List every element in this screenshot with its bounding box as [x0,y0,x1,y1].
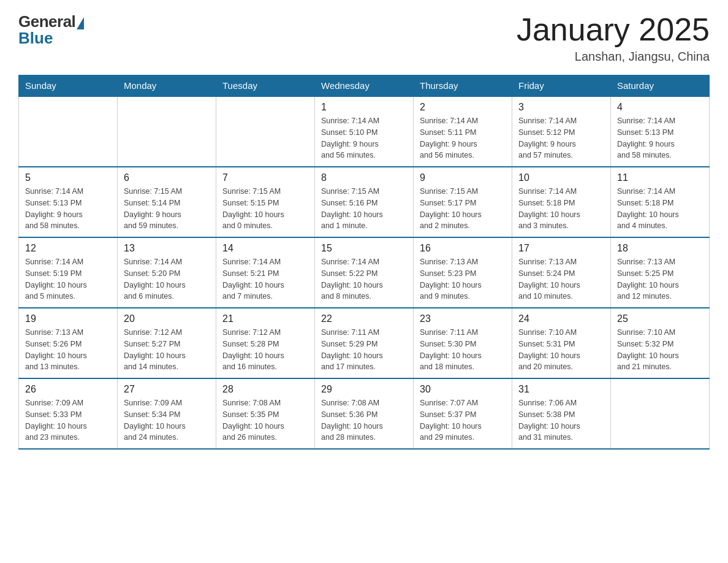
day-info: Sunrise: 7:08 AM Sunset: 5:35 PM Dayligh… [222,397,308,443]
day-number: 27 [124,384,210,395]
day-info: Sunrise: 7:08 AM Sunset: 5:36 PM Dayligh… [321,397,407,443]
month-title: January 2025 [517,12,710,47]
calendar-cell: 13Sunrise: 7:14 AM Sunset: 5:20 PM Dayli… [118,237,216,308]
calendar-cell: 14Sunrise: 7:14 AM Sunset: 5:21 PM Dayli… [216,237,315,308]
day-info: Sunrise: 7:11 AM Sunset: 5:29 PM Dayligh… [321,327,407,373]
day-info: Sunrise: 7:14 AM Sunset: 5:12 PM Dayligh… [518,115,604,161]
day-number: 4 [617,102,703,113]
day-number: 5 [25,172,111,183]
day-info: Sunrise: 7:13 AM Sunset: 5:24 PM Dayligh… [518,256,604,302]
weekday-header-saturday: Saturday [611,75,710,97]
day-number: 7 [222,172,308,183]
day-number: 16 [420,243,506,254]
day-info: Sunrise: 7:12 AM Sunset: 5:27 PM Dayligh… [124,327,210,373]
calendar-cell: 24Sunrise: 7:10 AM Sunset: 5:31 PM Dayli… [512,308,611,378]
day-number: 18 [617,243,703,254]
day-info: Sunrise: 7:14 AM Sunset: 5:21 PM Dayligh… [222,256,308,302]
day-info: Sunrise: 7:14 AM Sunset: 5:18 PM Dayligh… [518,186,604,232]
calendar-cell [611,378,710,449]
calendar-cell: 23Sunrise: 7:11 AM Sunset: 5:30 PM Dayli… [414,308,512,378]
day-number: 12 [25,243,111,254]
day-number: 17 [518,243,604,254]
calendar-cell: 10Sunrise: 7:14 AM Sunset: 5:18 PM Dayli… [512,167,611,237]
calendar-cell: 11Sunrise: 7:14 AM Sunset: 5:18 PM Dayli… [611,167,710,237]
calendar-table: SundayMondayTuesdayWednesdayThursdayFrid… [18,75,710,450]
day-number: 15 [321,243,407,254]
day-info: Sunrise: 7:07 AM Sunset: 5:37 PM Dayligh… [420,397,506,443]
day-info: Sunrise: 7:13 AM Sunset: 5:26 PM Dayligh… [25,327,111,373]
calendar-cell: 29Sunrise: 7:08 AM Sunset: 5:36 PM Dayli… [315,378,414,449]
calendar-cell: 17Sunrise: 7:13 AM Sunset: 5:24 PM Dayli… [512,237,611,308]
calendar-cell: 8Sunrise: 7:15 AM Sunset: 5:16 PM Daylig… [315,167,414,237]
day-info: Sunrise: 7:09 AM Sunset: 5:33 PM Dayligh… [25,397,111,443]
calendar-cell: 15Sunrise: 7:14 AM Sunset: 5:22 PM Dayli… [315,237,414,308]
weekday-header-monday: Monday [118,75,216,97]
weekday-header-wednesday: Wednesday [315,75,414,97]
day-number: 19 [25,313,111,324]
calendar-cell: 16Sunrise: 7:13 AM Sunset: 5:23 PM Dayli… [414,237,512,308]
calendar-cell: 25Sunrise: 7:10 AM Sunset: 5:32 PM Dayli… [611,308,710,378]
calendar-cell: 26Sunrise: 7:09 AM Sunset: 5:33 PM Dayli… [19,378,118,449]
day-number: 24 [518,313,604,324]
calendar-cell: 9Sunrise: 7:15 AM Sunset: 5:17 PM Daylig… [414,167,512,237]
day-number: 22 [321,313,407,324]
logo-blue-text: Blue [18,29,53,48]
day-info: Sunrise: 7:15 AM Sunset: 5:15 PM Dayligh… [222,186,308,232]
day-info: Sunrise: 7:10 AM Sunset: 5:31 PM Dayligh… [518,327,604,373]
calendar-cell: 22Sunrise: 7:11 AM Sunset: 5:29 PM Dayli… [315,308,414,378]
day-info: Sunrise: 7:14 AM Sunset: 5:22 PM Dayligh… [321,256,407,302]
day-number: 3 [518,102,604,113]
day-info: Sunrise: 7:10 AM Sunset: 5:32 PM Dayligh… [617,327,703,373]
day-info: Sunrise: 7:14 AM Sunset: 5:19 PM Dayligh… [25,256,111,302]
calendar-cell: 31Sunrise: 7:06 AM Sunset: 5:38 PM Dayli… [512,378,611,449]
calendar-cell: 6Sunrise: 7:15 AM Sunset: 5:14 PM Daylig… [118,167,216,237]
logo-triangle-icon [77,17,84,29]
day-info: Sunrise: 7:14 AM Sunset: 5:11 PM Dayligh… [420,115,506,161]
day-number: 21 [222,313,308,324]
calendar-cell: 12Sunrise: 7:14 AM Sunset: 5:19 PM Dayli… [19,237,118,308]
calendar-header-row: SundayMondayTuesdayWednesdayThursdayFrid… [19,75,710,97]
day-info: Sunrise: 7:13 AM Sunset: 5:23 PM Dayligh… [420,256,506,302]
weekday-header-friday: Friday [512,75,611,97]
day-number: 2 [420,102,506,113]
weekday-header-thursday: Thursday [414,75,512,97]
day-number: 10 [518,172,604,183]
calendar-cell: 7Sunrise: 7:15 AM Sunset: 5:15 PM Daylig… [216,167,315,237]
weekday-header-tuesday: Tuesday [216,75,315,97]
day-number: 25 [617,313,703,324]
day-info: Sunrise: 7:15 AM Sunset: 5:17 PM Dayligh… [420,186,506,232]
calendar-cell: 19Sunrise: 7:13 AM Sunset: 5:26 PM Dayli… [19,308,118,378]
calendar-cell [19,96,118,167]
day-number: 31 [518,384,604,395]
calendar-week-row: 26Sunrise: 7:09 AM Sunset: 5:33 PM Dayli… [19,378,710,449]
day-number: 9 [420,172,506,183]
calendar-cell [118,96,216,167]
day-info: Sunrise: 7:15 AM Sunset: 5:16 PM Dayligh… [321,186,407,232]
location-text: Lanshan, Jiangsu, China [517,50,710,64]
calendar-cell [216,96,315,167]
calendar-cell: 30Sunrise: 7:07 AM Sunset: 5:37 PM Dayli… [414,378,512,449]
day-number: 20 [124,313,210,324]
day-number: 1 [321,102,407,113]
day-info: Sunrise: 7:14 AM Sunset: 5:20 PM Dayligh… [124,256,210,302]
calendar-cell: 4Sunrise: 7:14 AM Sunset: 5:13 PM Daylig… [611,96,710,167]
calendar-cell: 18Sunrise: 7:13 AM Sunset: 5:25 PM Dayli… [611,237,710,308]
day-number: 11 [617,172,703,183]
title-section: January 2025 Lanshan, Jiangsu, China [517,12,710,64]
calendar-cell: 5Sunrise: 7:14 AM Sunset: 5:13 PM Daylig… [19,167,118,237]
day-number: 8 [321,172,407,183]
calendar-week-row: 19Sunrise: 7:13 AM Sunset: 5:26 PM Dayli… [19,308,710,378]
day-number: 30 [420,384,506,395]
day-info: Sunrise: 7:09 AM Sunset: 5:34 PM Dayligh… [124,397,210,443]
day-info: Sunrise: 7:15 AM Sunset: 5:14 PM Dayligh… [124,186,210,232]
day-info: Sunrise: 7:12 AM Sunset: 5:28 PM Dayligh… [222,327,308,373]
day-info: Sunrise: 7:14 AM Sunset: 5:10 PM Dayligh… [321,115,407,161]
weekday-header-sunday: Sunday [19,75,118,97]
day-info: Sunrise: 7:14 AM Sunset: 5:18 PM Dayligh… [617,186,703,232]
day-info: Sunrise: 7:14 AM Sunset: 5:13 PM Dayligh… [25,186,111,232]
day-number: 14 [222,243,308,254]
calendar-cell: 20Sunrise: 7:12 AM Sunset: 5:27 PM Dayli… [118,308,216,378]
day-info: Sunrise: 7:06 AM Sunset: 5:38 PM Dayligh… [518,397,604,443]
calendar-week-row: 12Sunrise: 7:14 AM Sunset: 5:19 PM Dayli… [19,237,710,308]
calendar-cell: 27Sunrise: 7:09 AM Sunset: 5:34 PM Dayli… [118,378,216,449]
